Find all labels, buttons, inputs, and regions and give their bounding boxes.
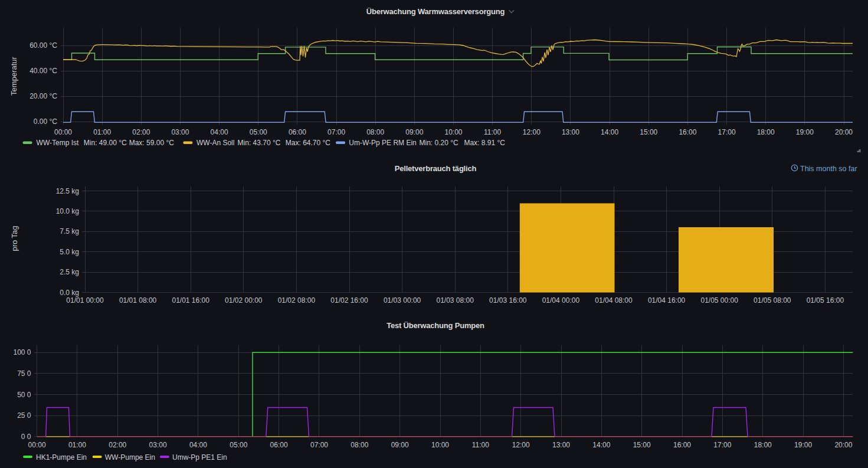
svg-text:01:00: 01:00 xyxy=(93,128,111,136)
svg-text:01/04 16:00: 01/04 16:00 xyxy=(648,296,686,305)
svg-text:05:00: 05:00 xyxy=(230,441,247,449)
svg-text:12:00: 12:00 xyxy=(512,441,530,449)
svg-text:07:00: 07:00 xyxy=(327,128,345,136)
svg-text:0.0 kg: 0.0 kg xyxy=(60,289,79,297)
svg-text:15:00: 15:00 xyxy=(640,128,657,136)
svg-text:75 0: 75 0 xyxy=(17,369,31,378)
svg-text:01/05 00:00: 01/05 00:00 xyxy=(700,296,738,305)
svg-text:03:00: 03:00 xyxy=(149,441,167,449)
svg-text:18:00: 18:00 xyxy=(754,441,772,449)
svg-text:16:00: 16:00 xyxy=(679,128,696,136)
svg-text:HK1-Pumpe Ein: HK1-Pumpe Ein xyxy=(36,453,87,462)
svg-text:01/01 16:00: 01/01 16:00 xyxy=(172,296,209,305)
svg-text:20.00 °C: 20.00 °C xyxy=(30,92,57,100)
svg-text:01/02 16:00: 01/02 16:00 xyxy=(330,296,368,305)
svg-text:25 0: 25 0 xyxy=(17,411,31,420)
svg-text:11:00: 11:00 xyxy=(484,128,501,136)
svg-text:13:00: 13:00 xyxy=(562,128,579,136)
svg-text:02:00: 02:00 xyxy=(132,128,150,136)
svg-text:20:00: 20:00 xyxy=(835,128,853,136)
svg-text:0.00 °C: 0.00 °C xyxy=(34,117,57,126)
svg-text:Min: 43.70 °C: Min: 43.70 °C xyxy=(238,139,281,147)
svg-text:01/05 16:00: 01/05 16:00 xyxy=(807,296,844,305)
svg-text:02:00: 02:00 xyxy=(109,441,126,449)
svg-text:04:00: 04:00 xyxy=(189,441,207,449)
svg-text:12.5 kg: 12.5 kg xyxy=(56,187,79,195)
svg-text:01/02 00:00: 01/02 00:00 xyxy=(225,296,263,305)
svg-text:40.00 °C: 40.00 °C xyxy=(30,67,57,75)
svg-text:00:00: 00:00 xyxy=(28,441,46,449)
svg-text:05:00: 05:00 xyxy=(250,128,267,136)
svg-text:Überwachung Warmwasserversorgu: Überwachung Warmwasserversorgung xyxy=(366,7,505,16)
svg-text:10:00: 10:00 xyxy=(444,128,462,136)
svg-text:13:00: 13:00 xyxy=(552,441,570,449)
svg-text:17:00: 17:00 xyxy=(718,128,736,136)
svg-text:5.0 kg: 5.0 kg xyxy=(60,248,79,256)
svg-text:08:00: 08:00 xyxy=(351,441,368,449)
svg-text:04:00: 04:00 xyxy=(211,128,228,136)
svg-text:Test Überwachung Pumpen: Test Überwachung Pumpen xyxy=(386,321,484,330)
svg-text:01/02 08:00: 01/02 08:00 xyxy=(278,296,316,305)
svg-text:19:00: 19:00 xyxy=(796,128,814,136)
svg-text:Min: 49.00 °C: Min: 49.00 °C xyxy=(84,139,127,147)
svg-text:01/03 16:00: 01/03 16:00 xyxy=(489,296,527,305)
svg-text:WW-An Soll: WW-An Soll xyxy=(196,139,234,147)
svg-text:10.0 kg: 10.0 kg xyxy=(56,207,79,215)
svg-text:Umw-Pp PE1 Ein: Umw-Pp PE1 Ein xyxy=(172,453,227,462)
svg-text:100 0: 100 0 xyxy=(13,348,31,356)
svg-text:09:00: 09:00 xyxy=(391,441,409,449)
svg-text:WW-Temp Ist: WW-Temp Ist xyxy=(37,139,79,147)
svg-text:14:00: 14:00 xyxy=(601,128,618,136)
svg-text:60.00 °C: 60.00 °C xyxy=(30,41,57,50)
svg-text:08:00: 08:00 xyxy=(366,128,384,136)
svg-text:18:00: 18:00 xyxy=(757,128,775,136)
svg-text:11:00: 11:00 xyxy=(472,441,489,449)
svg-text:7.5 kg: 7.5 kg xyxy=(60,227,79,235)
svg-text:01/05 08:00: 01/05 08:00 xyxy=(754,296,791,305)
svg-text:01:00: 01:00 xyxy=(68,441,86,449)
svg-text:Max: 64.70 °C: Max: 64.70 °C xyxy=(286,139,331,147)
svg-text:Min: 0.20 °C: Min: 0.20 °C xyxy=(420,139,458,147)
svg-text:01/03 00:00: 01/03 00:00 xyxy=(384,296,421,305)
svg-text:03:00: 03:00 xyxy=(171,128,189,136)
svg-text:2.5 kg: 2.5 kg xyxy=(60,268,79,276)
svg-text:Temperatur: Temperatur xyxy=(9,56,18,95)
svg-text:0 0: 0 0 xyxy=(21,433,31,441)
svg-text:14:00: 14:00 xyxy=(592,441,610,449)
svg-text:50 0: 50 0 xyxy=(17,391,31,399)
svg-text:This month so far: This month so far xyxy=(800,165,857,173)
svg-text:12:00: 12:00 xyxy=(523,128,541,136)
svg-text:10:00: 10:00 xyxy=(431,441,449,449)
svg-text:09:00: 09:00 xyxy=(405,128,423,136)
svg-text:01/03 08:00: 01/03 08:00 xyxy=(436,296,474,305)
svg-text:15:00: 15:00 xyxy=(633,441,651,449)
svg-text:01/04 08:00: 01/04 08:00 xyxy=(595,296,633,305)
svg-text:06:00: 06:00 xyxy=(289,128,306,136)
svg-text:01/01 00:00: 01/01 00:00 xyxy=(66,296,104,305)
svg-text:06:00: 06:00 xyxy=(270,441,288,449)
svg-text:01/01 08:00: 01/01 08:00 xyxy=(119,296,157,305)
svg-text:19:00: 19:00 xyxy=(794,441,812,449)
svg-text:17:00: 17:00 xyxy=(713,441,731,449)
svg-text:Pelletverbrauch täglich: Pelletverbrauch täglich xyxy=(395,164,477,173)
svg-text:16:00: 16:00 xyxy=(673,441,691,449)
svg-text:WW-Pumpe Ein: WW-Pumpe Ein xyxy=(105,453,155,462)
svg-text:00:00: 00:00 xyxy=(54,128,72,136)
svg-text:Um-W-Pp PE RM Ein: Um-W-Pp PE RM Ein xyxy=(349,139,416,147)
svg-text:20:00: 20:00 xyxy=(834,441,852,449)
svg-text:07:00: 07:00 xyxy=(310,441,328,449)
svg-text:pro Tag: pro Tag xyxy=(10,225,19,251)
svg-text:Max: 8.91 °C: Max: 8.91 °C xyxy=(464,139,505,147)
svg-text:01/04 00:00: 01/04 00:00 xyxy=(542,296,580,305)
svg-text:Max: 59.00 °C: Max: 59.00 °C xyxy=(129,139,175,147)
